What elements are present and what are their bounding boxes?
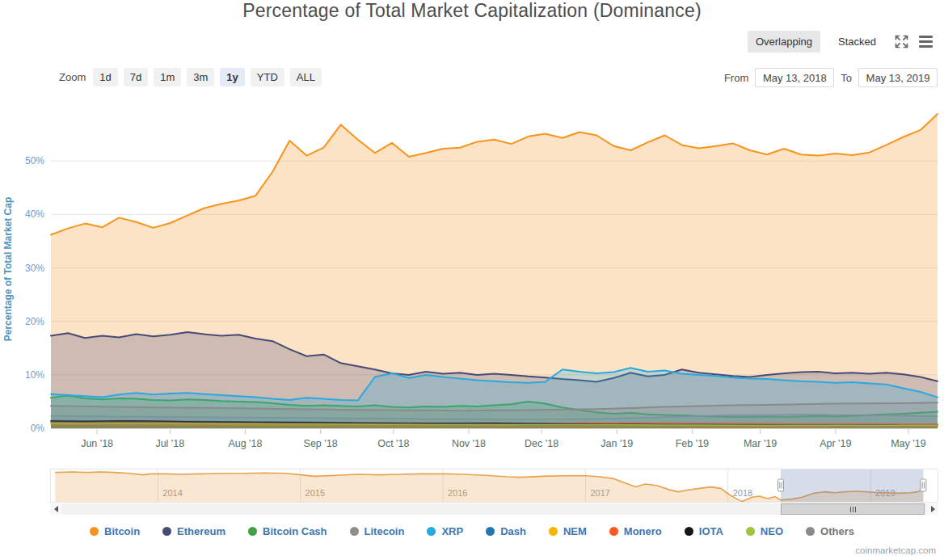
- x-axis-tick-label: Aug '18: [228, 438, 262, 449]
- legend-item-litecoin[interactable]: Litecoin: [350, 525, 405, 537]
- chart-menu-icon[interactable]: [919, 36, 933, 48]
- y-axis-tick-label: 50%: [25, 155, 44, 166]
- navigator-selected-range[interactable]: [781, 469, 923, 502]
- legend-marker-icon: [609, 527, 618, 536]
- legend-marker-icon: [486, 527, 495, 536]
- legend-label: Others: [820, 525, 854, 537]
- legend-marker-icon: [350, 527, 359, 536]
- zoom-button-7d[interactable]: 7d: [124, 68, 148, 86]
- y-axis-tick-label: 10%: [25, 369, 44, 381]
- to-date-input[interactable]: [858, 68, 938, 87]
- legend-label: Bitcoin: [104, 525, 140, 537]
- watermark: coinmarketcap.com: [855, 545, 936, 555]
- x-axis-tick-label: Oct '18: [377, 438, 409, 449]
- from-date-input[interactable]: [755, 68, 834, 87]
- zoom-button-ytd[interactable]: YTD: [251, 68, 284, 86]
- x-axis-tick-label: Jul '18: [155, 438, 184, 449]
- x-axis-tick-label: Jun '18: [81, 438, 113, 449]
- overlapping-button[interactable]: Overlapping: [748, 31, 820, 53]
- navigator-year-label: 2018: [733, 488, 752, 498]
- x-axis-tick-label: May '19: [891, 438, 925, 449]
- legend-label: Litecoin: [365, 525, 405, 537]
- stacked-button[interactable]: Stacked: [830, 31, 884, 53]
- scrollbar-thumb[interactable]: [781, 503, 925, 515]
- legend-item-xrp[interactable]: XRP: [427, 525, 463, 537]
- legend-marker-icon: [685, 527, 693, 536]
- zoom-label: Zoom: [59, 71, 86, 83]
- legend-item-ethereum[interactable]: Ethereum: [162, 525, 225, 537]
- zoom-selector: Zoom 1d7d1m3m1yYTDALL: [59, 68, 327, 86]
- y-axis-tick-label: 0%: [31, 423, 45, 434]
- y-axis-title: Percentage of Total Market Cap: [2, 197, 14, 342]
- x-axis-tick-label: Mar '19: [744, 438, 777, 449]
- right-arrow-icon: [931, 506, 935, 512]
- zoom-button-3m[interactable]: 3m: [187, 68, 214, 86]
- dominance-chart-page: 0%10%20%30%40%50%Jun '18Jul '18Aug '18Se…: [0, 0, 944, 560]
- zoom-button-1y[interactable]: 1y: [220, 68, 244, 86]
- x-axis-tick-label: Dec '18: [525, 438, 558, 449]
- scroll-right-button[interactable]: [927, 503, 938, 515]
- legend-label: IOTA: [699, 525, 723, 537]
- chart-legend: BitcoinEthereumBitcoin CashLitecoinXRPDa…: [0, 525, 944, 537]
- x-axis-tick-label: Jan '19: [601, 438, 633, 449]
- x-axis-tick-label: Feb '19: [676, 438, 709, 449]
- zoom-button-1m[interactable]: 1m: [154, 68, 181, 86]
- legend-label: NEM: [563, 525, 587, 537]
- x-axis-tick-label: Apr '19: [820, 438, 851, 449]
- y-axis-tick-label: 40%: [25, 208, 44, 220]
- legend-label: Monero: [624, 525, 662, 537]
- to-label: To: [841, 72, 852, 84]
- y-axis-tick-label: 30%: [25, 263, 44, 274]
- legend-item-iota[interactable]: IOTA: [685, 525, 723, 537]
- from-label: From: [724, 72, 748, 84]
- legend-label: Dash: [500, 525, 526, 537]
- navigator-scrollbar[interactable]: [50, 503, 938, 515]
- legend-marker-icon: [806, 527, 815, 536]
- legend-item-others[interactable]: Others: [806, 525, 854, 537]
- x-axis-tick-label: Sep '18: [304, 438, 338, 449]
- fullscreen-icon[interactable]: [894, 34, 909, 49]
- y-axis-tick-label: 20%: [25, 316, 44, 327]
- range-selector: From To: [724, 68, 938, 87]
- zoom-button-all[interactable]: ALL: [290, 68, 322, 86]
- legend-marker-icon: [248, 527, 257, 536]
- legend-marker-icon: [549, 527, 558, 536]
- legend-item-bitcoin-cash[interactable]: Bitcoin Cash: [248, 525, 327, 537]
- legend-label: Ethereum: [177, 525, 225, 537]
- left-arrow-icon: [54, 506, 58, 512]
- zoom-button-1d[interactable]: 1d: [93, 68, 117, 86]
- view-toggle: Overlapping Stacked: [748, 31, 933, 53]
- legend-marker-icon: [427, 527, 436, 536]
- legend-marker-icon: [746, 527, 755, 536]
- legend-item-dash[interactable]: Dash: [486, 525, 526, 537]
- scroll-left-button[interactable]: [50, 503, 61, 515]
- legend-marker-icon: [162, 527, 171, 536]
- page-title: Percentage of Total Market Capitalizatio…: [0, 0, 944, 22]
- legend-item-neo[interactable]: NEO: [746, 525, 783, 537]
- legend-label: XRP: [441, 525, 463, 537]
- legend-item-bitcoin[interactable]: Bitcoin: [90, 525, 140, 537]
- legend-label: Bitcoin Cash: [263, 525, 327, 537]
- navigator-right-handle[interactable]: [921, 479, 926, 491]
- x-axis-tick-label: Nov '18: [452, 438, 486, 449]
- legend-label: NEO: [761, 525, 783, 537]
- legend-marker-icon: [90, 527, 99, 536]
- navigator-left-handle[interactable]: [778, 479, 784, 491]
- legend-item-nem[interactable]: NEM: [549, 525, 587, 537]
- legend-item-monero[interactable]: Monero: [609, 525, 662, 537]
